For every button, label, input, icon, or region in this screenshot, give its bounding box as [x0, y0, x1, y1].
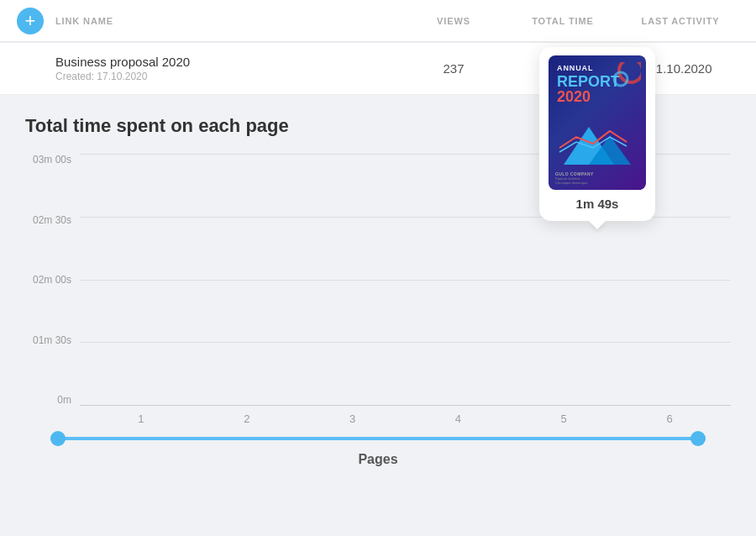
- y-label-1: 03m 00s: [25, 154, 80, 166]
- x-label-3: 3: [300, 413, 406, 425]
- x-label-5: 5: [511, 413, 617, 425]
- slider-thumb-right[interactable]: [690, 431, 706, 446]
- slider-row[interactable]: [50, 437, 706, 440]
- x-label-4: 4: [405, 413, 511, 425]
- x-label-1: 1: [88, 413, 194, 425]
- col-last-activity-header: LAST ACTIVITY: [622, 16, 739, 26]
- y-label-3: 02m 00s: [25, 274, 80, 286]
- tooltip-cover: ANNUAL REPORT 2020: [549, 55, 646, 190]
- x-label-6: 6: [617, 413, 722, 425]
- link-name-cell: Business proposal 2020 Created: 17.10.20…: [55, 55, 403, 82]
- views-cell: 237: [403, 61, 504, 76]
- header-row: + LINK NAME VIEWS TOTAL TIME LAST ACTIVI…: [0, 0, 756, 43]
- y-axis: 03m 00s 02m 30s 02m 00s 01m 30s 0m: [25, 154, 80, 406]
- cover-decoration: [607, 62, 641, 97]
- slider-thumb-left[interactable]: [50, 431, 66, 446]
- bars-and-grid: ANNUAL REPORT 2020: [80, 154, 731, 406]
- tooltip-time: 1m 49s: [576, 197, 619, 211]
- col-views-header: VIEWS: [403, 16, 504, 26]
- x-labels: 1 2 3 4 5 6: [80, 406, 731, 425]
- y-label-4: 01m 30s: [25, 334, 80, 346]
- chart-wrapper: 03m 00s 02m 30s 02m 00s 01m 30s 0m: [25, 154, 731, 406]
- add-button[interactable]: +: [17, 8, 44, 34]
- chart-area: Total time spent on each page 03m 00s 02…: [0, 95, 756, 476]
- y-label-2: 02m 30s: [25, 214, 80, 226]
- tooltip-arrow: [589, 221, 606, 229]
- link-title: Business proposal 2020: [55, 55, 403, 69]
- cover-company: GULO COMPANY Rapture dolorinaChronique d…: [555, 171, 639, 186]
- slider-track: [50, 437, 706, 440]
- pages-label: Pages: [25, 452, 731, 467]
- x-label-2: 2: [194, 413, 300, 425]
- y-label-5: 0m: [25, 394, 80, 406]
- col-link-name-header: LINK NAME: [55, 16, 403, 26]
- cover-company-sub: Rapture dolorinaChronique demanque: [555, 176, 639, 186]
- col-total-time-header: TOTAL TIME: [504, 16, 622, 26]
- link-subtitle: Created: 17.10.2020: [55, 71, 403, 82]
- cover-mountain: [549, 118, 646, 165]
- bar5-tooltip: ANNUAL REPORT 2020: [539, 47, 655, 221]
